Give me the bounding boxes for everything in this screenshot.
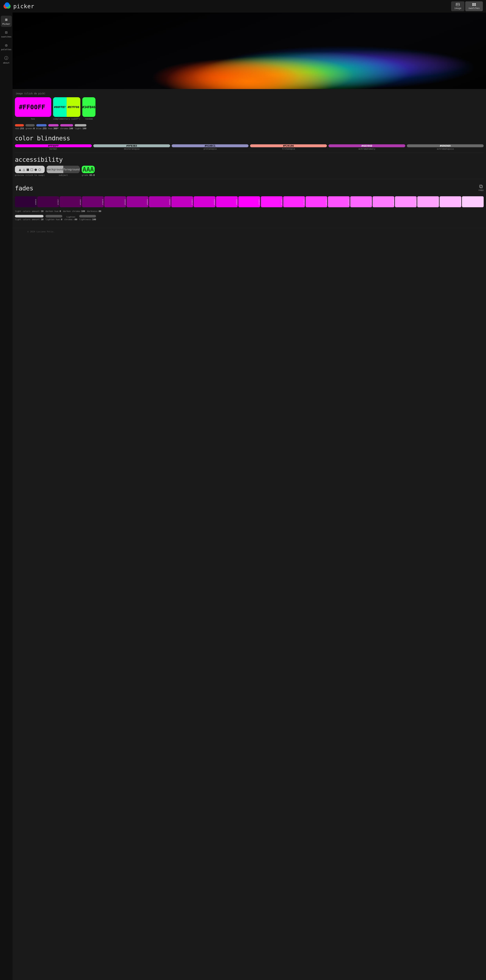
cb-item-achromatomaly: #AD39ADachromatomaly [329,144,405,150]
sidebar-item-picker[interactable]: ⊞ Picker [1,16,12,27]
main-content: image (click do pick) #FF00FF ✏ hex #00F… [13,13,486,235]
image-caption: image (click do pick) [15,91,484,97]
hex-row: #FF00FF ✏ hex #00FFB7 #B7FF00 complem [15,97,484,120]
channel-blue-card[interactable] [36,124,47,126]
swatches-icon [472,3,476,6]
channel-hue-wrapper: hue:300* [48,124,59,130]
image-canvas[interactable] [13,13,486,89]
subject-wrapper: background foreground subject [47,166,80,177]
fade-chip[interactable]: #850085 [104,196,126,207]
color-blindness-row: #FF00FFnormal#9FB3B3deuteranopia#918EC1p… [15,144,484,150]
cb-label-achromatopsia: achromatopsia [407,148,484,150]
channel-blue-label: blue:255 [36,127,47,130]
cb-card-deuteranopia[interactable]: #9FB3B3 [93,144,170,147]
channel-green-label: green:0 [25,127,35,130]
svg-rect-5 [472,3,474,5]
channel-light-card[interactable] [75,124,86,126]
fade-chip[interactable]: #990099 [127,196,148,207]
fade-chip[interactable]: #EB00EB [216,196,238,207]
cb-item-tritanopia: #F29186tritanopia [250,144,327,150]
cb-card-achromatomaly[interactable]: #AD39AD [329,144,405,147]
channel-red-card[interactable] [15,124,24,126]
random-label: random [82,118,95,120]
subject-card: background foreground [47,166,80,173]
complementary-card: #00FFB7 #B7FF00 [53,97,80,117]
fade-chip[interactable]: #300038 [15,196,37,207]
cb-card-tritanopia[interactable]: #F29186 [250,144,327,147]
fade-chip[interactable]: #700070 [82,196,104,207]
fades-strip: #300038#470047#5C005C#700070#850085#9900… [15,196,484,207]
fade-chip[interactable]: #FF00FF [238,196,260,207]
channel-red-wrapper: red:255 [15,124,24,130]
accessibility-section: accessibility ▲ △ ■ □ ● ○ [15,156,484,177]
grade-card: AAA [82,166,95,173]
fades-lighten-hue-label: lighten hue:0 [46,218,62,221]
square-filled-icon: ■ [27,167,29,172]
channel-green-card[interactable] [25,124,35,126]
image-button[interactable]: image [451,2,464,11]
channel-hue-card[interactable] [48,124,59,126]
app-logo [3,2,11,10]
sidebar: ⊞ Picker ⊡ swatches ◎ palettes ⓘ about [0,13,13,235]
channel-light-label: light:100 [75,127,86,130]
fade-chip[interactable]: #FF28FF [283,196,305,207]
fade-chip[interactable]: #FFB8FF [440,196,461,207]
fade-chip[interactable]: #FF66FF [350,196,372,207]
fades-lighten-chroma-label: lightenchroma:-80 [64,216,77,221]
circle-filled-icon: ● [35,167,37,172]
cb-label-deuteranopia: deuteranopia [93,148,170,150]
fade-chip[interactable]: #FF14FF [261,196,283,207]
fades-lighten-hue-wrapper: lighten hue:0 [46,215,62,221]
fade-chip[interactable]: #FF8EFF [395,196,417,207]
copy-icon [479,185,483,188]
fade-chip[interactable]: #FFA3FF [417,196,439,207]
swatches-sidebar-icon: ⊡ [5,30,8,35]
cb-item-protanopia: #918EC1protanopia [172,144,248,150]
square-outline-icon: □ [30,167,33,172]
fades-darkness-label: darkness:80 [87,210,101,213]
image-btn-label: image [454,7,461,10]
fade-chip[interactable]: #C200C2 [171,196,193,207]
sidebar-item-swatches[interactable]: ⊡ swatches [1,29,12,40]
svg-rect-10 [480,185,482,188]
swatches-button[interactable]: swatches [465,2,483,11]
cb-card-achromatopsia[interactable]: #696969 [407,144,484,147]
sidebar-item-palettes[interactable]: ◎ palettes [1,41,12,52]
copy-button[interactable]: copy [478,185,484,191]
fades-lighten-chroma-wrapper: lightenchroma:-80 [64,215,77,221]
fade-chip[interactable]: #5C005C [60,196,81,207]
preview-shapes: ▲ △ ■ □ ● ○ [19,167,41,172]
subject-background: background [47,166,63,173]
fade-chip[interactable]: #AD00AD [149,196,171,207]
picker-icon: ⊞ [5,17,8,22]
channel-chroma-card[interactable] [60,124,73,126]
cb-card-normal[interactable]: #FF00FF [15,144,92,147]
fade-chip[interactable]: #FF7AFF [373,196,394,207]
cb-card-protanopia[interactable]: #918EC1 [172,144,248,147]
sidebar-item-about[interactable]: ⓘ about [1,54,12,66]
grade-wrapper: AAA grade 65:8 [82,166,95,177]
fades-darken-chroma-label: darken chroma:100 [63,210,85,213]
edit-icon[interactable]: ✏ [45,105,47,109]
accessibility-title: accessibility [15,156,484,163]
fade-chip[interactable]: #FFCCFF [462,196,484,207]
fade-chip[interactable]: #FF3BFF [305,196,327,207]
header-nav: image swatches [451,2,483,11]
fade-chip[interactable]: #D600D6 [194,196,215,207]
random-card-wrapper: #34FB46 random [82,97,95,120]
sidebar-label-about: about [3,62,10,64]
app-title: picker [13,3,34,10]
triangle-filled-icon: ▲ [19,167,21,172]
prism-image[interactable] [13,13,486,89]
subject-foreground: foreground [63,166,80,173]
content-area: image (click do pick) #FF00FF ✏ hex #00F… [13,89,486,228]
cb-label-normal: normal [15,148,92,150]
fade-chip[interactable]: #470047 [37,196,59,207]
preview-card[interactable]: ▲ △ ■ □ ● ○ [15,166,44,173]
channel-row: red:255green:0blue:255hue:300*chroma:100… [15,124,484,130]
random-card[interactable]: #34FB46 [82,97,95,117]
cb-label-tritanopia: tritanopia [250,148,327,150]
fade-chip[interactable]: #FF53FF [328,196,349,207]
palettes-icon: ◎ [5,43,8,48]
fades-title: fades [15,185,33,192]
